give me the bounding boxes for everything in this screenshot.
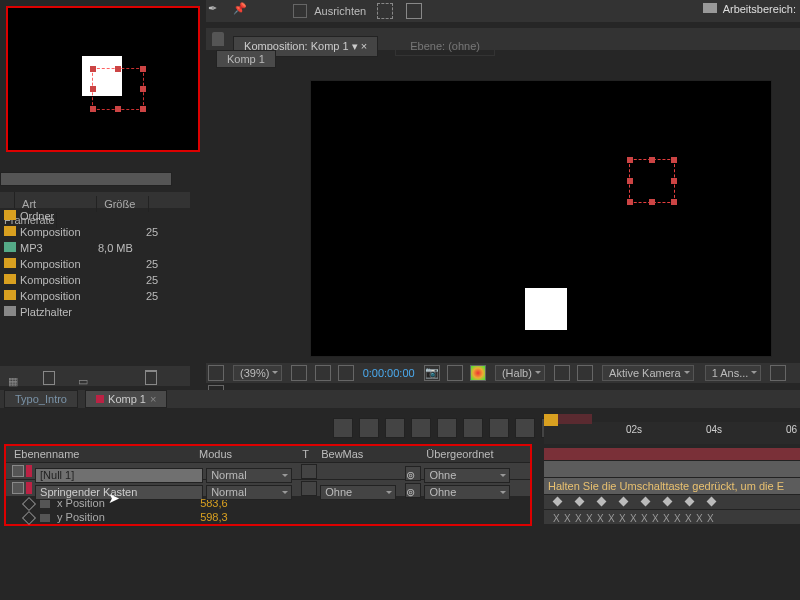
mode-dropdown[interactable]: Normal bbox=[206, 468, 292, 483]
timecode[interactable]: 0:00:00:00 bbox=[363, 367, 415, 379]
playhead[interactable] bbox=[544, 414, 558, 426]
col-bewmas[interactable]: BewMas bbox=[321, 446, 417, 462]
trkmat-box[interactable] bbox=[301, 481, 317, 496]
channel-button[interactable] bbox=[447, 365, 463, 381]
layer-row[interactable]: [Null 1] Normal ⊚ Ohne bbox=[6, 462, 530, 479]
grid-button[interactable] bbox=[208, 365, 224, 381]
project-item[interactable]: Komposition25 bbox=[0, 288, 180, 304]
project-toolbar: ▦ ▭ bbox=[0, 366, 190, 386]
project-item[interactable]: Ordner bbox=[0, 208, 180, 224]
transp-button[interactable] bbox=[338, 365, 354, 381]
label-color[interactable] bbox=[26, 482, 32, 494]
layer-bar[interactable]: Halten Sie die Umschalttaste gedrückt, u… bbox=[544, 477, 800, 494]
parent-dropdown[interactable]: Ohne bbox=[424, 485, 510, 500]
ruler-tick: 02s bbox=[626, 424, 642, 435]
new-folder-button[interactable] bbox=[43, 369, 59, 385]
bpc-button[interactable]: ▦ bbox=[8, 375, 24, 391]
col-layername[interactable]: Ebenenname bbox=[6, 446, 196, 462]
views-dropdown[interactable]: 1 Ans... bbox=[705, 365, 762, 381]
prop-label: x Position bbox=[57, 496, 197, 510]
comp-tab-bar: Komposition: Komp 1 ▾ × Ebene: (ohne) bbox=[206, 28, 800, 50]
timeline-header: Ebenenname Modus T BewMas Übergeordnet bbox=[6, 446, 530, 462]
lock-icon[interactable] bbox=[212, 32, 224, 46]
layer-tab-ghost: Ebene: (ohne) bbox=[395, 36, 495, 56]
comp-viewer[interactable] bbox=[310, 80, 772, 357]
prop-label: y Position bbox=[57, 510, 197, 524]
footage-thumbnail bbox=[6, 6, 200, 152]
timeline-tab-komp[interactable]: Komp 1× bbox=[85, 390, 167, 408]
ruler-tick: 04s bbox=[706, 424, 722, 435]
align-label: Ausrichten bbox=[314, 5, 366, 17]
comp-icon bbox=[4, 274, 16, 284]
stopwatch-icon[interactable] bbox=[40, 514, 50, 522]
tool-icon[interactable] bbox=[258, 2, 276, 20]
comp-icon bbox=[4, 226, 16, 236]
snapshot-button[interactable]: 📷 bbox=[424, 365, 440, 381]
scrollbar[interactable] bbox=[0, 172, 172, 186]
eye-toggle[interactable] bbox=[12, 482, 24, 494]
null-selection[interactable] bbox=[629, 159, 675, 203]
tl-icon[interactable] bbox=[359, 418, 379, 438]
time-ruler[interactable]: 02s 04s 06 bbox=[544, 422, 800, 444]
eye-toggle[interactable] bbox=[12, 465, 24, 477]
trkmat-dropdown[interactable]: Ohne bbox=[320, 485, 396, 500]
opt-button[interactable] bbox=[770, 365, 786, 381]
tl-icon[interactable] bbox=[489, 418, 509, 438]
new-comp-button[interactable]: ▭ bbox=[78, 375, 94, 391]
hint-text: Halten Sie die Umschalttaste gedrückt, u… bbox=[548, 480, 784, 492]
quality-dropdown[interactable]: (Halb) bbox=[495, 365, 545, 381]
pickwhip[interactable]: ⊚ bbox=[405, 483, 421, 498]
timeline-tab-typo[interactable]: Typo_Intro bbox=[4, 390, 78, 408]
label-color[interactable] bbox=[26, 465, 32, 477]
white-layer[interactable] bbox=[525, 288, 567, 330]
snap-icon[interactable] bbox=[377, 3, 393, 19]
mode-dropdown[interactable]: Normal bbox=[206, 485, 292, 500]
mask-button[interactable] bbox=[577, 365, 593, 381]
tl-icon[interactable] bbox=[411, 418, 431, 438]
col-parent[interactable]: Übergeordnet bbox=[420, 446, 526, 462]
placeholder-icon bbox=[4, 306, 16, 316]
project-item[interactable]: Komposition25 bbox=[0, 256, 180, 272]
project-item[interactable]: Platzhalter bbox=[0, 304, 180, 320]
pickwhip[interactable]: ⊚ bbox=[405, 466, 421, 481]
timeline-tracks[interactable]: Halten Sie die Umschalttaste gedrückt, u… bbox=[544, 448, 800, 536]
pin-tool-icon[interactable]: 📌 bbox=[233, 2, 251, 20]
prop-value[interactable]: 598,3 bbox=[200, 511, 228, 523]
zoom-dropdown[interactable]: (39%) bbox=[233, 365, 282, 381]
tl-icon[interactable] bbox=[515, 418, 535, 438]
timeline-icon-row bbox=[330, 418, 564, 440]
align-checkbox[interactable] bbox=[293, 4, 307, 18]
viewer-toolbar: (39%) 0:00:00:00 📷 (Halb) Aktive Kamera … bbox=[206, 363, 800, 383]
project-list: Ordner Komposition25 MP38,0 MB Kompositi… bbox=[0, 208, 180, 320]
parent-dropdown[interactable]: Ohne bbox=[424, 468, 510, 483]
keyframe-lane[interactable] bbox=[544, 494, 800, 509]
tl-icon[interactable] bbox=[437, 418, 457, 438]
timeline-tabs: Typo_Intro Komp 1× bbox=[0, 390, 800, 408]
res-button[interactable] bbox=[291, 365, 307, 381]
3d-button[interactable] bbox=[554, 365, 570, 381]
camera-dropdown[interactable]: Aktive Kamera bbox=[602, 365, 694, 381]
timeline-layers-panel: Ebenenname Modus T BewMas Übergeordnet [… bbox=[4, 444, 532, 526]
comp-subtab[interactable]: Komp 1 bbox=[216, 50, 276, 68]
col-mode[interactable]: Modus bbox=[199, 446, 299, 462]
trkmat-box[interactable] bbox=[301, 464, 317, 479]
roi-button[interactable] bbox=[315, 365, 331, 381]
color-mgmt-icon[interactable] bbox=[470, 365, 486, 381]
workspace-label[interactable]: Arbeitsbereich: bbox=[703, 3, 796, 15]
tl-icon[interactable] bbox=[385, 418, 405, 438]
col-trkmat[interactable]: T bbox=[302, 446, 318, 462]
delete-button[interactable] bbox=[145, 368, 161, 384]
project-item[interactable]: MP38,0 MB bbox=[0, 240, 180, 256]
project-item[interactable]: Komposition25 bbox=[0, 272, 180, 288]
keyframe-lane[interactable]: XXXXXXXXXXXXXXX bbox=[544, 509, 800, 524]
pen-tool-icon[interactable]: ✒ bbox=[208, 2, 226, 20]
layer-bar[interactable] bbox=[544, 460, 800, 477]
work-area[interactable] bbox=[552, 414, 592, 424]
keyframe-nav-icon[interactable] bbox=[22, 511, 36, 525]
tl-icon[interactable] bbox=[333, 418, 353, 438]
tl-icon[interactable] bbox=[463, 418, 483, 438]
stopwatch-icon[interactable] bbox=[40, 500, 50, 508]
property-row[interactable]: y Position 598,3 bbox=[6, 510, 530, 524]
snap-icon-2[interactable] bbox=[406, 3, 422, 19]
project-item[interactable]: Komposition25 bbox=[0, 224, 180, 240]
